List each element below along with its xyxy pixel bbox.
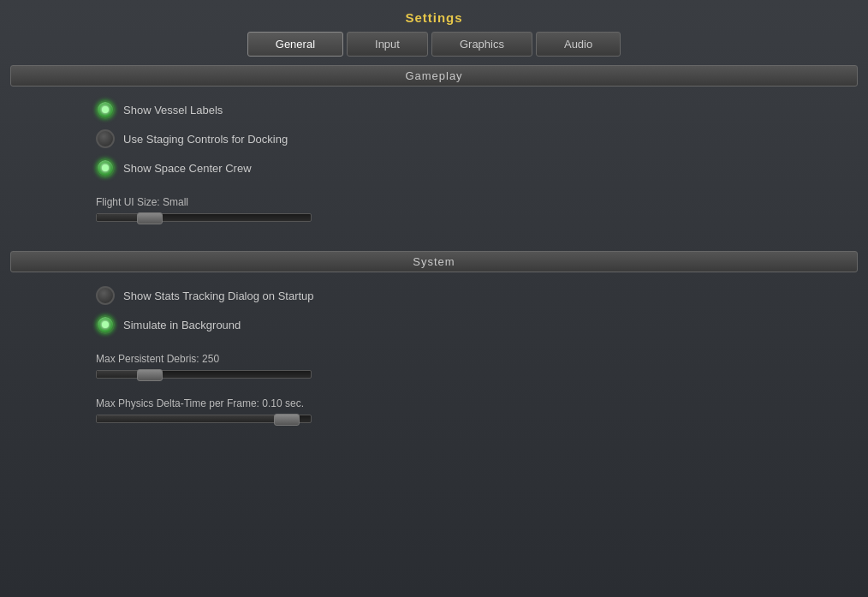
settings-title: Settings [0,10,868,25]
max-physics-delta-slider-thumb[interactable] [274,414,300,426]
flight-ui-size-label: Flight UI Size: Small [96,196,772,208]
toggle-label-show-vessel-labels: Show Vessel Labels [123,104,223,116]
toggle-simulate-in-background[interactable] [96,315,115,334]
toggle-row-show-vessel-labels: Show Vessel Labels [27,95,841,124]
gameplay-section-header: Gameplay [10,65,858,87]
max-persistent-debris-slider-thumb[interactable] [137,369,163,381]
tab-audio[interactable]: Audio [536,32,621,57]
toggle-label-show-space-center-crew: Show Space Center Crew [123,162,252,175]
toggle-show-space-center-crew[interactable] [96,158,115,177]
system-section-content: Show Stats Tracking Dialog on Startup Si… [10,272,858,445]
toggle-label-simulate-in-background: Simulate in Background [123,319,241,331]
toggle-show-stats-tracking[interactable] [96,286,115,305]
system-section-header: System [10,251,858,272]
max-persistent-debris-slider-track[interactable] [96,370,312,379]
title-bar: Settings [0,0,868,32]
tab-general[interactable]: General [247,32,343,57]
flight-ui-size-slider-thumb[interactable] [137,212,163,224]
toggle-row-show-stats-tracking: Show Stats Tracking Dialog on Startup [27,281,841,310]
tab-graphics[interactable]: Graphics [431,32,532,57]
toggle-show-vessel-labels[interactable] [96,100,115,119]
max-persistent-debris-label: Max Persistent Debris: 250 [96,353,772,365]
toggle-use-staging-controls[interactable] [96,129,115,148]
flight-ui-size-section: Flight UI Size: Small [27,191,841,227]
max-physics-delta-slider-track[interactable] [96,415,312,423]
gameplay-section-content: Show Vessel Labels Use Staging Controls … [10,87,858,244]
settings-window: Settings General Input Graphics Audio Ga… [0,0,868,597]
toggle-label-use-staging-controls: Use Staging Controls for Docking [123,133,288,146]
max-persistent-debris-section: Max Persistent Debris: 250 [27,348,841,384]
tab-bar: General Input Graphics Audio [0,32,868,65]
max-physics-delta-slider-fill [97,415,281,422]
toggle-label-show-stats-tracking: Show Stats Tracking Dialog on Startup [123,290,314,302]
flight-ui-size-slider-track[interactable] [96,213,312,222]
max-physics-delta-label: Max Physics Delta-Time per Frame: 0.10 s… [96,397,772,409]
max-physics-delta-section: Max Physics Delta-Time per Frame: 0.10 s… [27,392,841,428]
toggle-row-use-staging-controls: Use Staging Controls for Docking [27,124,841,153]
tab-input[interactable]: Input [347,32,428,57]
toggle-row-simulate-in-background: Simulate in Background [27,310,841,339]
toggle-row-show-space-center-crew: Show Space Center Crew [27,153,841,182]
